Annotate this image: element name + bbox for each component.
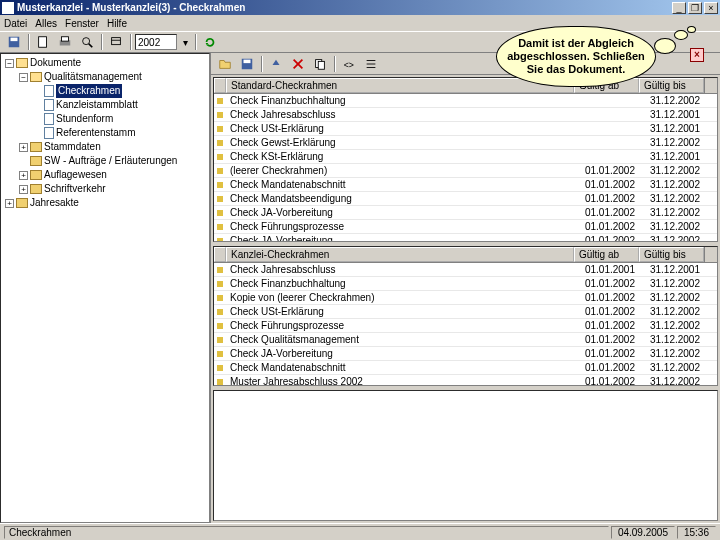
close-button[interactable]: × [704,2,718,14]
print-button[interactable] [55,33,75,51]
table-row[interactable]: Check JA-Vorbereitung01.01.200231.12.200… [214,234,717,242]
kanzlei-grid[interactable]: Kanzlei-Checkrahmen Gültig ab Gültig bis… [213,246,718,386]
new-button[interactable] [33,33,53,51]
table-row[interactable]: Check Jahresabschluss01.01.200131.12.200… [214,263,717,277]
cell-gueltig-bis: 31.12.2002 [639,362,704,373]
doc-save-button[interactable] [237,55,257,73]
tree-label: Schriftverkehr [44,182,106,196]
table-row[interactable]: Kopie von (leerer Checkrahmen)01.01.2002… [214,291,717,305]
tree-label: Jahresakte [30,196,79,210]
table-row[interactable]: Check Mandatenabschnitt01.01.200231.12.2… [214,178,717,192]
refresh-button[interactable] [200,33,220,51]
svg-text:<>: <> [344,59,354,69]
cell-gueltig-bis: 31.12.2001 [639,123,704,134]
doc-up-button[interactable] [266,55,286,73]
cell-name: Check Mandatsbeendigung [226,193,574,204]
tree-stammdaten[interactable]: +Stammdaten [19,140,207,154]
doc-open-button[interactable] [215,55,235,73]
standard-grid[interactable]: Standard-Checkrahmen Gültig ab Gültig bi… [213,77,718,242]
preview-button[interactable] [77,33,97,51]
tree-checkrahmen[interactable]: Checkrahmen [33,84,207,98]
minimize-button[interactable]: _ [672,2,686,14]
cell-gueltig-ab: 01.01.2002 [574,334,639,345]
menu-fenster[interactable]: Fenster [65,18,99,29]
row-marker-icon [214,365,226,371]
tree-referenten[interactable]: Referentenstamm [33,126,207,140]
cell-gueltig-bis: 31.12.2002 [639,334,704,345]
table-row[interactable]: Check USt-Erklärung01.01.200231.12.2002 [214,305,717,319]
svg-rect-2 [39,37,47,48]
cell-gueltig-ab: 01.01.2002 [574,278,639,289]
tree-pane[interactable]: −Dokumente −Qualitätsmanagement Checkrah… [0,53,210,523]
cell-gueltig-bis: 31.12.2002 [639,221,704,232]
col-gueltig-ab[interactable]: Gültig ab [574,247,639,262]
table-row[interactable]: Check Mandatsbeendigung01.01.200231.12.2… [214,192,717,206]
row-marker-icon [214,168,226,174]
tree-auflagewesen[interactable]: +Auflagewesen [19,168,207,182]
table-row[interactable]: Check JA-Vorbereitung01.01.200231.12.200… [214,206,717,220]
window-titlebar: Musterkanzlei - Musterkanzlei(3) - Check… [0,0,720,15]
table-row[interactable]: Muster Jahresabschluss 200201.01.200231.… [214,375,717,386]
table-row[interactable]: Check Qualitätsmanagement01.01.200231.12… [214,333,717,347]
row-marker-icon [214,295,226,301]
table-row[interactable]: Check Mandatenabschnitt01.01.200231.12.2… [214,361,717,375]
callout-text: Damit ist der Abgleich abgeschlossen. Sc… [496,26,656,87]
doc-list-button[interactable] [361,55,381,73]
tree-kanzleistammblatt[interactable]: Kanzleistammblatt [33,98,207,112]
cell-gueltig-ab: 01.01.2002 [574,348,639,359]
cell-name: Muster Jahresabschluss 2002 [226,376,574,386]
row-marker-icon [214,196,226,202]
row-marker-icon [214,267,226,273]
table-row[interactable]: Check Finanzbuchhaltung31.12.2002 [214,94,717,108]
menu-alles[interactable]: Alles [35,18,57,29]
doc-delete-button[interactable] [288,55,308,73]
cell-gueltig-ab: 01.01.2002 [574,320,639,331]
tree-sw[interactable]: SW - Aufträge / Erläuterungen [19,154,207,168]
save-button[interactable] [4,33,24,51]
cell-gueltig-bis: 31.12.2001 [639,151,704,162]
tree-schriftverkehr[interactable]: +Schriftverkehr [19,182,207,196]
year-input[interactable] [135,34,177,50]
restore-button[interactable]: ❐ [688,2,702,14]
filter-button[interactable] [106,33,126,51]
table-row[interactable]: Check USt-Erklärung31.12.2001 [214,122,717,136]
menu-hilfe[interactable]: Hilfe [107,18,127,29]
tree-qm[interactable]: −Qualitätsmanagement [19,70,207,84]
cell-name: Check Jahresabschluss [226,264,574,275]
cell-gueltig-ab: 01.01.2002 [574,306,639,317]
row-marker-icon [214,112,226,118]
row-marker-icon [214,224,226,230]
row-marker-icon [214,98,226,104]
status-text: Checkrahmen [4,526,609,539]
col-name[interactable]: Kanzlei-Checkrahmen [226,247,574,262]
tree-label: Checkrahmen [56,84,122,98]
table-row[interactable]: Check Gewst-Erklärung31.12.2002 [214,136,717,150]
tree-label: SW - Aufträge / Erläuterungen [44,154,177,168]
callout-close-button[interactable]: × [690,48,704,62]
menu-datei[interactable]: Datei [4,18,27,29]
table-row[interactable]: Check Finanzbuchhaltung01.01.200231.12.2… [214,277,717,291]
cell-gueltig-bis: 31.12.2002 [639,348,704,359]
doc-copy-button[interactable] [310,55,330,73]
cell-name: Check USt-Erklärung [226,306,574,317]
table-row[interactable]: Check Jahresabschluss31.12.2001 [214,108,717,122]
row-marker-icon [214,140,226,146]
row-marker-icon [214,281,226,287]
year-dropdown-button[interactable]: ▾ [179,34,191,50]
tree-root[interactable]: −Dokumente [5,56,207,70]
tree-jahresakte[interactable]: +Jahresakte [5,196,207,210]
table-row[interactable]: Check Führungsprozesse01.01.200231.12.20… [214,220,717,234]
table-row[interactable]: Check JA-Vorbereitung01.01.200231.12.200… [214,347,717,361]
row-marker-icon [214,238,226,243]
tree-stundenform[interactable]: Stundenform [33,112,207,126]
table-row[interactable]: Check Führungsprozesse01.01.200231.12.20… [214,319,717,333]
cell-gueltig-bis: 31.12.2002 [639,278,704,289]
cell-gueltig-bis: 31.12.2002 [639,179,704,190]
col-gueltig-bis[interactable]: Gültig bis [639,247,704,262]
table-row[interactable]: (leerer Checkrahmen)01.01.200231.12.2002 [214,164,717,178]
row-marker-icon [214,309,226,315]
cell-gueltig-ab: 01.01.2002 [574,179,639,190]
table-row[interactable]: Check KSt-Erklärung31.12.2001 [214,150,717,164]
doc-code-button[interactable]: <> [339,55,359,73]
cell-gueltig-ab: 01.01.2002 [574,235,639,242]
